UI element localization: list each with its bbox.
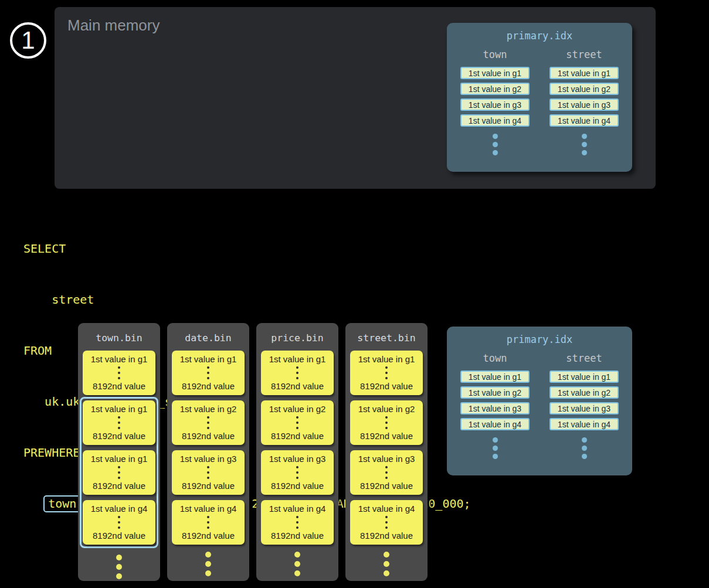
- granule-block: 1st value in g4 8192nd value: [350, 500, 423, 545]
- primary-idx-title: primary.idx: [447, 327, 632, 345]
- granule-first-value: 1st value in g4: [358, 504, 415, 514]
- granule-block: 1st value in g2 8192nd value: [172, 400, 245, 445]
- ellipsis-icon: [543, 132, 625, 157]
- ellipsis-icon: [454, 132, 536, 157]
- granule-first-value: 1st value in g4: [180, 504, 237, 514]
- idx-entry: 1st value in g4: [549, 114, 619, 127]
- granule-last-value: 8192nd value: [360, 381, 413, 391]
- granule-last-value: 8192nd value: [271, 381, 324, 391]
- bin-file-title: price.bin: [256, 323, 338, 346]
- granule-first-value: 1st value in g3: [269, 454, 326, 464]
- bin-file-street: street.bin 1st value in g1 8192nd value …: [345, 323, 428, 581]
- primary-idx-title: primary.idx: [447, 23, 632, 42]
- granule-first-value: 1st value in g3: [358, 454, 415, 464]
- granule-first-value: 1st value in g3: [180, 454, 237, 464]
- ellipsis-icon: [385, 514, 388, 530]
- ellipsis-icon: [167, 550, 249, 578]
- ellipsis-icon: [207, 414, 209, 430]
- ellipsis-icon: [385, 464, 388, 480]
- granule-block: 1st value in g2 8192nd value: [261, 400, 334, 445]
- idx-column-header: town: [454, 352, 536, 364]
- granule-block: 1st value in g3 8192nd value: [261, 450, 334, 495]
- bin-file-price: price.bin 1st value in g1 8192nd value 1…: [256, 323, 338, 581]
- idx-entry: 1st value in g1: [549, 371, 619, 383]
- main-memory-title: Main memory: [67, 16, 160, 35]
- idx-entry: 1st value in g2: [549, 83, 619, 95]
- granule-block: 1st value in g4 8192nd value: [261, 500, 334, 545]
- ellipsis-icon: [256, 550, 338, 578]
- ellipsis-icon: [296, 514, 298, 530]
- sql-line: SELECT: [23, 240, 471, 257]
- granule-last-value: 8192nd value: [93, 531, 145, 541]
- idx-entry: 1st value in g3: [549, 98, 619, 111]
- ellipsis-icon: [207, 464, 209, 480]
- ellipsis-icon: [345, 550, 428, 578]
- granule-last-value: 8192nd value: [93, 381, 145, 391]
- idx-entry: 1st value in g3: [460, 98, 530, 111]
- granule-first-value: 1st value in g1: [91, 404, 148, 414]
- ellipsis-icon: [118, 464, 120, 480]
- granule-last-value: 8192nd value: [93, 431, 145, 441]
- ellipsis-icon: [78, 553, 160, 581]
- idx-column-street: street 1st value in g1 1st value in g2 1…: [543, 49, 625, 157]
- idx-column-street: street 1st value in g1 1st value in g2 1…: [543, 352, 625, 460]
- granule-last-value: 8192nd value: [93, 481, 145, 491]
- granule-block: 1st value in g3 8192nd value: [172, 450, 245, 495]
- granule-first-value: 1st value in g4: [269, 504, 326, 514]
- idx-entry: 1st value in g4: [549, 418, 619, 430]
- granule-last-value: 8192nd value: [271, 431, 324, 441]
- ellipsis-icon: [296, 414, 298, 430]
- idx-entry: 1st value in g2: [460, 83, 530, 95]
- ellipsis-icon: [296, 464, 298, 480]
- granule-block: 1st value in g1 8192nd value: [261, 351, 334, 395]
- idx-column-header: street: [543, 49, 625, 60]
- primary-idx-columns: town 1st value in g1 1st value in g2 1st…: [447, 352, 632, 460]
- granule-last-value: 8192nd value: [360, 431, 413, 441]
- idx-entry: 1st value in g3: [460, 402, 530, 414]
- idx-entry: 1st value in g3: [549, 402, 619, 414]
- idx-column-town: town 1st value in g1 1st value in g2 1st…: [454, 49, 536, 157]
- primary-idx-panel-disk: primary.idx town 1st value in g1 1st val…: [447, 327, 632, 475]
- step-badge: 1: [10, 22, 46, 59]
- bin-file-date: date.bin 1st value in g1 8192nd value 1s…: [167, 323, 249, 581]
- idx-entry: 1st value in g1: [460, 371, 530, 383]
- idx-entry: 1st value in g2: [549, 386, 619, 399]
- bin-file-title: date.bin: [167, 323, 249, 346]
- granule-block: 1st value in g1 8192nd value: [83, 351, 155, 395]
- sql-indent: [23, 497, 45, 511]
- idx-column-header: street: [543, 352, 625, 364]
- granule-block: 1st value in g1 8192nd value: [350, 351, 423, 395]
- step-number: 1: [21, 28, 35, 53]
- granule-first-value: 1st value in g1: [358, 354, 415, 364]
- bin-file-town: town.bin 1st value in g1 8192nd value 1s…: [78, 323, 160, 581]
- granule-block: 1st value in g1 8192nd value: [172, 351, 245, 395]
- bin-file-title: street.bin: [345, 323, 428, 346]
- granule-first-value: 1st value in g4: [91, 504, 148, 514]
- ellipsis-icon: [385, 365, 388, 380]
- ellipsis-icon: [385, 414, 388, 430]
- granule-last-value: 8192nd value: [271, 481, 324, 491]
- ellipsis-icon: [207, 365, 209, 380]
- idx-entry: 1st value in g4: [460, 114, 530, 127]
- granule-block: 1st value in g4 8192nd value: [83, 500, 155, 545]
- granule-first-value: 1st value in g2: [180, 404, 237, 414]
- ellipsis-icon: [118, 365, 120, 380]
- granule-block: 1st value in g1 8192nd value: [83, 450, 155, 495]
- granule-last-value: 8192nd value: [182, 381, 235, 391]
- granule-last-value: 8192nd value: [271, 531, 324, 541]
- ellipsis-icon: [454, 436, 536, 460]
- ellipsis-icon: [118, 414, 120, 430]
- idx-entry: 1st value in g4: [460, 418, 530, 430]
- selected-granules-highlight: 1st value in g1 8192nd value 1st value i…: [80, 397, 158, 548]
- granule-first-value: 1st value in g2: [358, 404, 415, 414]
- idx-entry: 1st value in g2: [460, 386, 530, 399]
- granule-block: 1st value in g2 8192nd value: [350, 400, 423, 445]
- granule-block: 1st value in g4 8192nd value: [172, 500, 245, 545]
- granule-last-value: 8192nd value: [182, 531, 235, 541]
- granule-first-value: 1st value in g1: [269, 354, 326, 364]
- ellipsis-icon: [118, 514, 120, 530]
- granule-last-value: 8192nd value: [360, 481, 413, 491]
- granule-last-value: 8192nd value: [182, 431, 235, 441]
- granule-block: 1st value in g1 8192nd value: [83, 400, 155, 445]
- sql-line: street: [23, 291, 471, 308]
